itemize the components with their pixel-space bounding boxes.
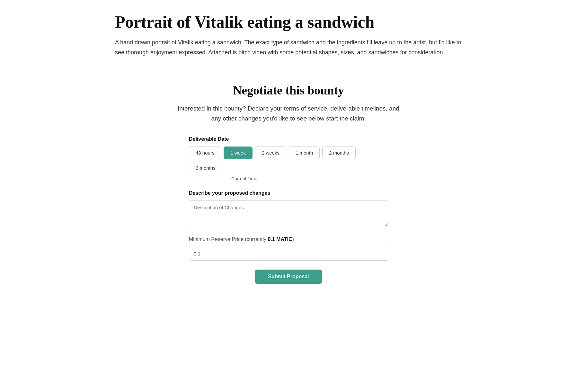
section-divider [115, 67, 462, 67]
reserve-price-input[interactable] [189, 247, 388, 261]
date-buttons-group: 48 hours 1 week 2 weeks 1 month 2 months… [189, 147, 388, 174]
page-description: A hand drawn portrait of Vitalik eating … [115, 38, 462, 57]
date-btn-1week[interactable]: 1 week [224, 147, 253, 159]
negotiate-form: Deliverable Date 48 hours 1 week 2 weeks… [189, 136, 388, 284]
date-btn-3months[interactable]: 3 months [189, 162, 222, 174]
negotiate-title: Negotiate this bounty [115, 83, 462, 97]
current-time-label: Current Time [231, 176, 388, 181]
proposed-changes-group: Describe your proposed changes [189, 190, 388, 227]
date-btn-1month[interactable]: 1 month [289, 147, 320, 159]
submit-proposal-button[interactable]: Submit Proposal [255, 270, 322, 284]
date-btn-2weeks[interactable]: 2 weeks [255, 147, 286, 159]
negotiate-subtitle: Interested in this bounty? Declare your … [176, 104, 401, 123]
deliverable-date-group: Deliverable Date 48 hours 1 week 2 weeks… [189, 136, 388, 181]
page-title: Portrait of Vitalik eating a sandwich [115, 13, 462, 31]
deliverable-date-label: Deliverable Date [189, 136, 388, 142]
date-btn-2months[interactable]: 2 months [322, 147, 356, 159]
date-btn-48hours[interactable]: 48 hours [189, 147, 221, 159]
proposed-changes-textarea[interactable] [189, 200, 388, 226]
proposed-changes-label: Describe your proposed changes [189, 190, 388, 196]
reserve-price-label: Minimum Reserve Price (currently 0.1 MAT… [189, 236, 388, 242]
reserve-price-group: Minimum Reserve Price (currently 0.1 MAT… [189, 236, 388, 261]
negotiate-section: Negotiate this bounty Interested in this… [115, 83, 462, 284]
